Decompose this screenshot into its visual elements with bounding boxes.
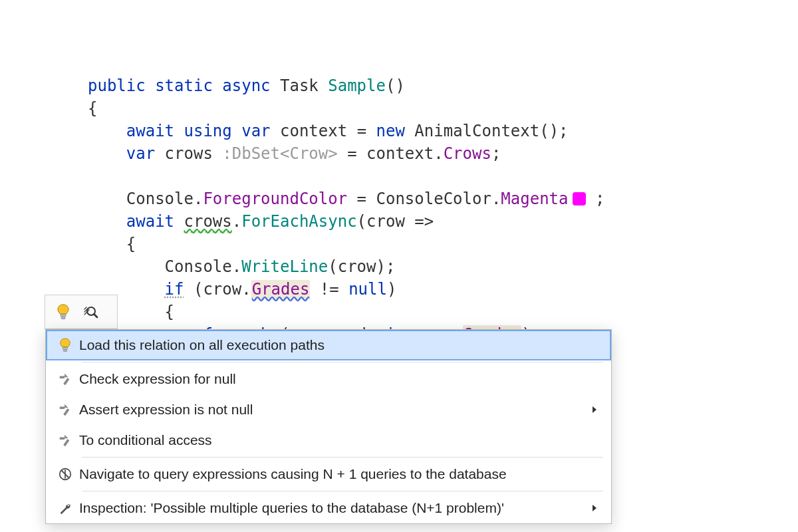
separator <box>82 491 603 491</box>
eq: = <box>347 144 356 163</box>
type-console: Console <box>165 257 232 276</box>
quickfix-item-conditional-access[interactable]: To conditional access <box>46 425 611 456</box>
hammer-icon <box>51 402 79 417</box>
svg-rect-5 <box>63 350 66 351</box>
quickfix-label: To conditional access <box>79 432 600 448</box>
keyword-static: static <box>155 76 213 95</box>
member-crows: Crows <box>444 144 491 163</box>
op-neq: != <box>320 280 339 299</box>
paren-close-semi: ); <box>376 257 396 276</box>
keyword-using: using <box>184 122 232 140</box>
keyword-var: var <box>126 144 155 163</box>
svg-rect-4 <box>63 348 67 350</box>
method-foreachasync: ForEachAsync <box>241 212 356 231</box>
keyword-if: if <box>165 280 184 299</box>
svg-rect-6 <box>63 378 69 385</box>
eq: = <box>357 122 366 140</box>
brace-open: { <box>126 235 136 253</box>
semi: ; <box>491 144 501 163</box>
svg-rect-8 <box>63 439 69 446</box>
brace-open: { <box>165 303 174 321</box>
svg-rect-0 <box>61 315 66 317</box>
parens-semi: (); <box>539 122 568 140</box>
quickfix-label: Assert expression is not null <box>79 402 591 418</box>
type-hint: :DbSet<Crow> <box>222 144 337 163</box>
chevron-right-icon <box>591 406 600 414</box>
quickfix-label: Load this relation on all execution path… <box>79 337 600 353</box>
chevron-right-icon <box>591 504 600 512</box>
svg-rect-7 <box>63 408 69 416</box>
method-name: Sample <box>328 76 386 95</box>
ident-crows: crows <box>165 144 213 163</box>
member-foreground: ForegroundColor <box>203 190 347 208</box>
quickfix-item-assert-notnull[interactable]: Assert expression is not null <box>46 394 611 425</box>
type-consolecolor: ConsoleColor <box>376 190 491 208</box>
ident-context: context <box>366 144 434 163</box>
arrow: => <box>414 212 434 231</box>
quickfix-item-load-relation[interactable]: Load this relation on all execution path… <box>46 330 611 360</box>
quickfix-item-inspection-options[interactable]: Inspection: 'Possible multiple queries t… <box>46 493 611 523</box>
magnifier-icon[interactable] <box>82 304 98 320</box>
parens: () <box>386 76 405 95</box>
wrench-icon <box>51 501 79 515</box>
navigate-icon <box>51 467 79 481</box>
ident-crows: crows <box>184 212 232 231</box>
lambda-param: crow <box>366 212 405 231</box>
lightbulb-icon[interactable] <box>56 303 70 321</box>
separator <box>82 362 603 362</box>
quickfix-item-check-null[interactable]: Check expression for null <box>46 364 611 394</box>
keyword-await: await <box>126 122 174 140</box>
ident-crow: crow <box>203 280 241 299</box>
member-grades: Grades <box>251 280 311 299</box>
brace-open: { <box>88 99 97 118</box>
keyword-public: public <box>88 76 146 95</box>
hammer-icon <box>51 433 79 448</box>
separator <box>82 457 603 458</box>
member-magenta: Magenta <box>501 190 568 208</box>
quickfix-label: Navigate to query expressions causing N … <box>79 466 600 482</box>
lightbulb-icon <box>51 338 79 352</box>
color-swatch-icon <box>573 192 586 205</box>
keyword-await: await <box>126 212 174 231</box>
keyword-async: async <box>222 76 270 95</box>
quickfix-popup[interactable]: Load this relation on all execution path… <box>45 329 612 524</box>
quickfix-item-navigate-nplus1[interactable]: Navigate to query expressions causing N … <box>46 459 611 489</box>
ident-context: context <box>280 122 347 140</box>
paren-open: ( <box>328 257 337 276</box>
arg-crow: crow <box>338 257 376 276</box>
paren-open: ( <box>357 212 366 231</box>
hammer-icon <box>51 372 79 386</box>
quickfix-gutter[interactable] <box>45 295 118 329</box>
keyword-null: null <box>348 280 387 299</box>
svg-line-3 <box>94 315 98 318</box>
type-task: Task <box>280 76 319 95</box>
semi: ; <box>595 190 604 208</box>
paren-close: ) <box>387 280 396 299</box>
eq: = <box>357 190 366 208</box>
method-writeline: WriteLine <box>241 257 328 276</box>
quickfix-label: Check expression for null <box>79 371 600 387</box>
type-console: Console <box>126 190 194 208</box>
svg-rect-1 <box>61 317 65 319</box>
type-animalcontext: AnimalContext <box>414 122 539 140</box>
code-editor[interactable]: public static async Task Sample() { awai… <box>0 0 798 532</box>
keyword-new: new <box>376 122 405 140</box>
paren-open: ( <box>194 280 203 299</box>
quickfix-label: Inspection: 'Possible multiple queries t… <box>79 500 591 516</box>
code-block: public static async Task Sample() { awai… <box>88 52 604 368</box>
keyword-var: var <box>241 122 270 140</box>
